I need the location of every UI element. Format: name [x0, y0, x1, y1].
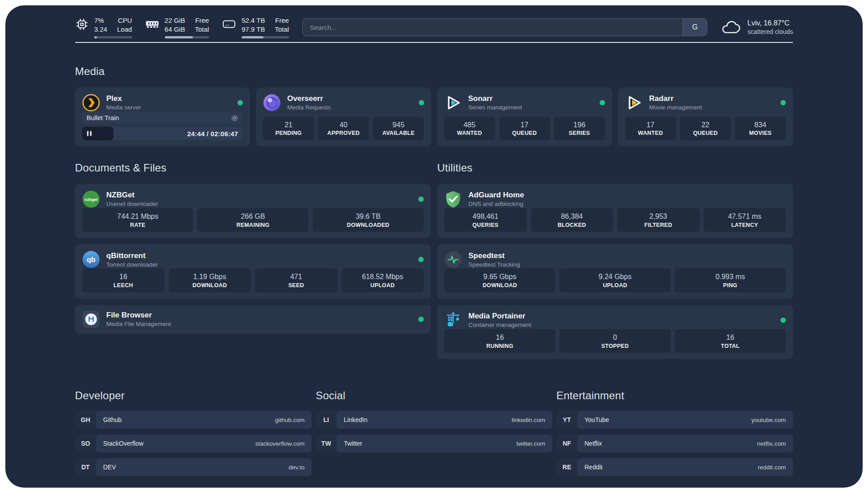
- gear-icon[interactable]: [231, 114, 238, 122]
- app-title: Overseerr: [287, 94, 331, 104]
- bookmark-url: linkedin.com: [512, 417, 545, 423]
- adguard-icon: [444, 190, 462, 208]
- stat-available: 945 AVAILABLE: [373, 117, 424, 140]
- app-title: Radarr: [649, 94, 702, 104]
- status-online-dot: [238, 100, 243, 105]
- stat-pending: 21 PENDING: [263, 117, 314, 140]
- card-speedtest[interactable]: Speedtest Speedtest Tracking 9.65 Gbps D…: [437, 244, 793, 298]
- stat-downloaded: 39.6 TB DOWNLOADED: [313, 208, 424, 232]
- now-playing-title: Bullet Train: [87, 114, 119, 121]
- memory-labels: Free Total: [195, 16, 209, 34]
- card-overseerr[interactable]: Overseerr Media Requests 21 PENDING 40 A…: [256, 88, 431, 146]
- stat-total: 16 TOTAL: [675, 329, 786, 353]
- stat-download: 9.65 Gbps DOWNLOAD: [444, 268, 555, 292]
- qbittorrent-icon: qb: [82, 251, 100, 268]
- stat-queries: 498,461 QUERIES: [444, 208, 527, 232]
- card-plex[interactable]: Plex Media server Bullet Train: [75, 88, 250, 146]
- bookmark-name: YouTube: [584, 416, 609, 423]
- bookmark-stackoverflow[interactable]: SO StackOverflow stackoverflow.com: [75, 435, 312, 452]
- app-title: NZBGet: [106, 190, 158, 200]
- bookmark-url: stackoverflow.com: [255, 440, 305, 447]
- status-online-dot: [780, 318, 786, 323]
- app-subtitle: Media File Management: [106, 320, 171, 328]
- stat-seed: 471 SEED: [255, 268, 338, 292]
- section-title-developer: Developer: [75, 389, 312, 402]
- bookmark-abbr: YT: [556, 411, 577, 429]
- bookmark-url: dev.to: [288, 464, 305, 471]
- card-radarr[interactable]: Radarr Movie management 17 WANTED 22 QUE…: [618, 88, 793, 146]
- stat-rate: 744.21 Mbps RATE: [82, 208, 193, 232]
- header-bar: 7% 3.24 CPU Load: [75, 5, 793, 35]
- section-media: Media Plex Media server: [75, 65, 793, 146]
- disk-stat: 52.4 TB 97.9 TB Free Total: [222, 16, 289, 38]
- cpu-progress-bar: [94, 36, 132, 38]
- card-adguard[interactable]: AdGuard Home DNS and adblocking 498,461 …: [437, 184, 793, 238]
- app-subtitle: Speedtest Tracking: [468, 261, 520, 269]
- status-online-dot: [418, 196, 424, 202]
- google-search-button[interactable]: G: [683, 19, 707, 36]
- app-title: Media Portainer: [468, 311, 531, 321]
- radarr-icon: [625, 94, 643, 112]
- stat-latency: 47.571 ms LATENCY: [704, 208, 786, 232]
- portainer-icon: [444, 311, 462, 329]
- bookmark-github[interactable]: GH Github github.com: [75, 411, 312, 429]
- weather-widget: Lviv, 16.87°C scattered clouds: [721, 18, 793, 36]
- section-developer: Developer GH Github github.com SO StackO…: [75, 389, 312, 482]
- memory-stat: 22 GiB 64 GiB Free Total: [146, 16, 209, 38]
- stat-ping: 0.993 ms PING: [675, 268, 786, 292]
- stat-series: 196 SERIES: [554, 117, 605, 140]
- bookmark-youtube[interactable]: YT YouTube youtube.com: [556, 411, 793, 429]
- cpu-values: 7% 3.24: [94, 16, 107, 34]
- bookmark-url: twitter.com: [516, 440, 545, 447]
- bookmark-reddit[interactable]: RE Reddit reddit.com: [556, 458, 793, 476]
- app-subtitle: Series management: [468, 104, 522, 112]
- bookmark-name: DEV: [103, 464, 116, 471]
- disk-values: 52.4 TB 97.9 TB: [242, 16, 265, 34]
- app-subtitle: Media server: [106, 104, 141, 112]
- weather-location-temp: Lviv, 16.87°C: [747, 18, 793, 28]
- card-sonarr[interactable]: Sonarr Series management 485 WANTED 17 Q…: [437, 88, 612, 146]
- status-online-dot: [600, 100, 605, 105]
- bookmark-twitter[interactable]: TW Twitter twitter.com: [316, 435, 552, 452]
- card-nzbget[interactable]: nzbget NZBGet Usenet downloader 744.21 M…: [75, 184, 431, 238]
- app-title: qBittorrent: [106, 251, 158, 261]
- sonarr-icon: [444, 94, 462, 112]
- status-online-dot: [419, 100, 424, 105]
- section-entertainment: Entertainment YT YouTube youtube.com NF …: [556, 389, 793, 482]
- stat-leech: 16 LEECH: [82, 268, 165, 292]
- pause-icon: [87, 131, 92, 136]
- card-filebrowser[interactable]: File Browser Media File Management: [75, 305, 431, 334]
- app-title: Speedtest: [468, 251, 520, 261]
- disk-labels: Free Total: [275, 16, 289, 34]
- stat-approved: 40 APPROVED: [318, 117, 369, 140]
- search-input[interactable]: [303, 19, 683, 36]
- plex-icon: [82, 94, 100, 112]
- disk-icon: [222, 17, 236, 31]
- app-subtitle: Usenet downloader: [106, 200, 158, 208]
- card-portainer[interactable]: Media Portainer Container management 16 …: [437, 305, 793, 359]
- playback-time: 24:44 / 02:06:47: [187, 130, 243, 138]
- header-divider: [75, 42, 793, 43]
- bookmark-name: Netflix: [584, 440, 602, 447]
- bookmark-abbr: NF: [556, 435, 577, 452]
- bookmark-name: Reddit: [584, 464, 602, 471]
- bookmark-name: StackOverflow: [103, 440, 143, 447]
- stat-remaining: 266 GB REMAINING: [197, 208, 309, 232]
- stat-upload: 618.52 Mbps UPLOAD: [342, 268, 424, 292]
- overseerr-icon: [263, 94, 281, 112]
- bookmark-abbr: LI: [316, 411, 337, 429]
- section-title-utilities: Utilities: [437, 162, 793, 174]
- stat-filtered: 2,953 FILTERED: [617, 208, 700, 232]
- stat-movies: 834 MOVIES: [735, 117, 786, 140]
- bookmark-linkedin[interactable]: LI LinkedIn linkedin.com: [316, 411, 552, 429]
- bookmark-url: github.com: [275, 417, 305, 423]
- stat-blocked: 86,384 BLOCKED: [531, 208, 613, 232]
- status-online-dot: [418, 257, 424, 262]
- bookmark-dev[interactable]: DT DEV dev.to: [75, 458, 312, 476]
- card-qbittorrent[interactable]: qb qBittorrent Torrent downloader 16 LEE…: [75, 244, 431, 298]
- status-online-dot: [780, 100, 786, 105]
- bookmark-netflix[interactable]: NF Netflix netflix.com: [556, 435, 793, 452]
- app-title: File Browser: [106, 310, 171, 320]
- bookmark-name: Github: [103, 416, 121, 423]
- playback-progress-bar[interactable]: 24:44 / 02:06:47: [82, 127, 243, 140]
